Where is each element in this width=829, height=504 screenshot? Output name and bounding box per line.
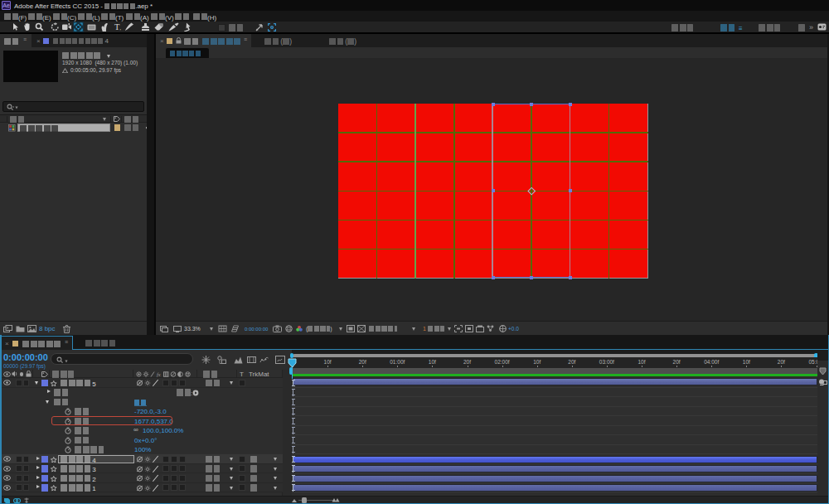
svg-text:fx: fx <box>157 371 161 377</box>
